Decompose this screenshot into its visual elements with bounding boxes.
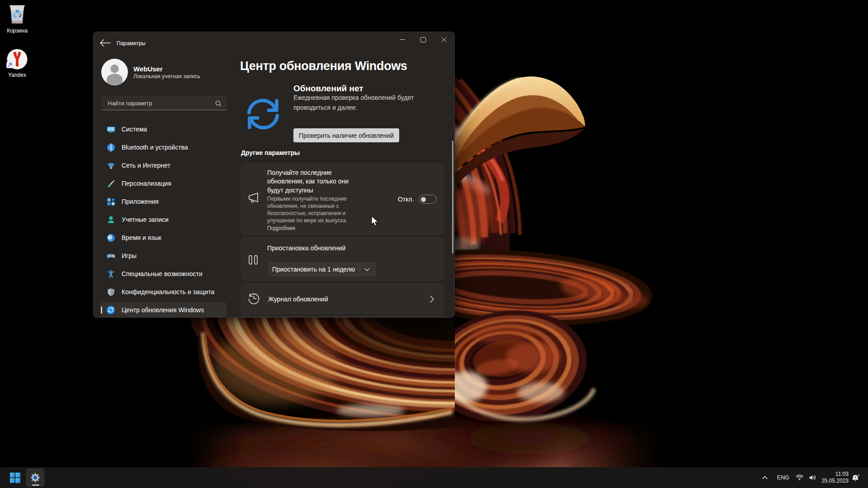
svg-text:Z: Z: [858, 474, 859, 477]
